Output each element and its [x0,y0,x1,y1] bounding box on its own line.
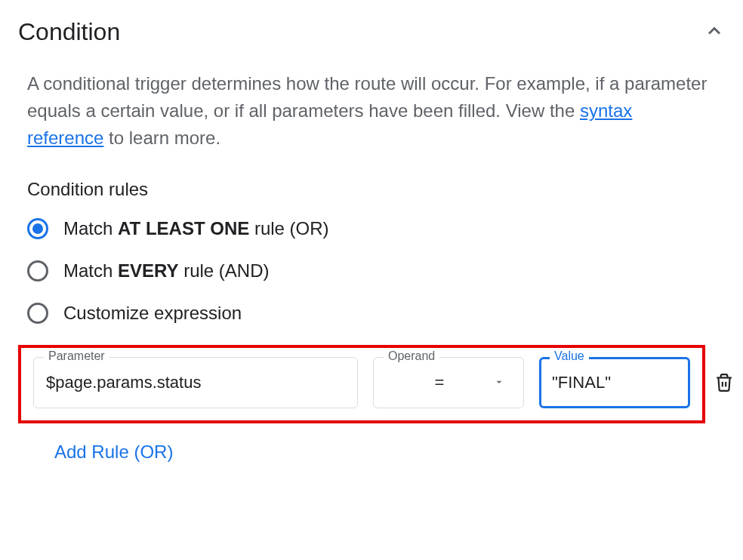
radio-label: Match AT LEAST ONE rule (OR) [63,218,329,239]
rule-row-container: Parameter Operand = Value [18,345,725,423]
condition-rules-radio-group: Match AT LEAST ONE rule (OR) Match EVERY… [18,218,725,324]
operand-value: = [386,373,493,392]
radio-match-every[interactable]: Match EVERY rule (AND) [27,260,725,282]
radio-match-at-least-one[interactable]: Match AT LEAST ONE rule (OR) [27,218,725,239]
value-field-wrapper: Value [539,357,690,408]
radio-button-icon [27,218,48,239]
description-text-post: to learn more. [103,128,220,148]
radio-button-icon [27,260,48,282]
radio-label: Customize expression [63,303,242,324]
collapse-icon[interactable] [704,20,725,45]
rule-row: Parameter Operand = Value [18,345,705,423]
value-label: Value [550,349,589,363]
parameter-input[interactable] [33,357,358,408]
section-header: Condition [18,18,725,46]
add-rule-button[interactable]: Add Rule (OR) [18,442,725,463]
radio-label-bold: AT LEAST ONE [118,218,249,238]
value-input[interactable] [539,357,690,408]
radio-label-bold: EVERY [118,260,178,281]
delete-rule-icon[interactable] [711,373,737,395]
radio-customize-expression[interactable]: Customize expression [27,303,725,324]
operand-label: Operand [384,349,439,363]
radio-label-pre: Match [63,218,118,238]
parameter-field-wrapper: Parameter [33,357,358,408]
section-title: Condition [18,18,120,46]
radio-label-post: rule (AND) [179,260,270,281]
radio-label-pre: Match [63,260,118,281]
radio-label-pre: Customize expression [63,303,242,323]
section-description: A conditional trigger determines how the… [18,70,713,152]
parameter-label: Parameter [44,349,109,363]
operand-select[interactable]: = [373,357,524,408]
dropdown-arrow-icon [493,373,505,392]
radio-label-post: rule (OR) [249,218,328,238]
radio-label: Match EVERY rule (AND) [63,260,270,282]
radio-button-icon [27,303,48,324]
operand-field-wrapper: Operand = [373,357,524,408]
condition-rules-title: Condition rules [18,179,725,200]
